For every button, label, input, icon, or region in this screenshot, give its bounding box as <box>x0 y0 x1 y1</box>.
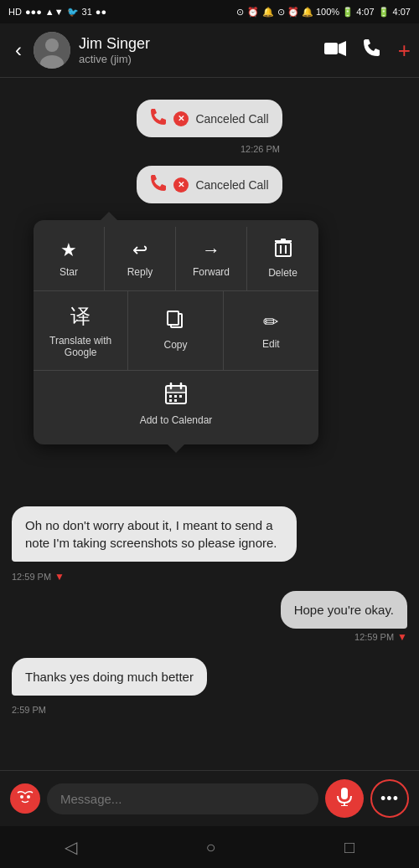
canceled-call-text-1: Canceled Call <box>195 112 268 126</box>
sent-msg-1-wrap: Hope you're okay. 12:59 PM ▼ <box>12 591 407 643</box>
ctx-delete-label: Delete <box>268 267 297 279</box>
svg-rect-13 <box>166 386 186 393</box>
ctx-calendar-label: Add to Calendar <box>140 414 213 426</box>
time-display: 4:07 <box>393 7 411 17</box>
call-icon-1 <box>150 108 167 129</box>
bell-icon: 🔔 <box>262 7 274 18</box>
edit-icon: ✏ <box>263 311 278 333</box>
svg-point-1 <box>45 39 59 52</box>
received-msg-2-time: 2:59 PM <box>12 705 46 715</box>
received-msg-2-text: Thanks yes doing much better <box>25 670 194 684</box>
ctx-copy-button[interactable]: Copy <box>128 291 223 370</box>
contact-info: Jim Singer active (jim) <box>79 35 324 65</box>
status-hd: HD <box>8 7 22 17</box>
received-msg-1-wrap: Oh no don't worry about it, I meant to s… <box>12 500 407 583</box>
ctx-reply-label: Reply <box>127 266 153 278</box>
voicemail-icon: ●● <box>96 7 106 17</box>
nav-recent-button[interactable]: □ <box>344 838 354 857</box>
mic-icon <box>337 788 352 810</box>
calendar-icon <box>165 383 187 409</box>
sent-msg-1-text: Hope you're okay. <box>294 603 394 617</box>
back-button[interactable]: ‹ <box>8 32 28 69</box>
svg-point-22 <box>15 788 35 809</box>
sent-msg-1-time: 12:59 PM ▼ <box>354 631 407 643</box>
received-msg-1: Oh no don't worry about it, I meant to s… <box>12 506 297 562</box>
navigation-bar: ◁ ○ □ <box>0 826 419 868</box>
header-actions: + <box>324 38 411 64</box>
contact-avatar[interactable] <box>34 32 70 69</box>
canceled-call-bubble-2: ✕ Canceled Call <box>137 166 282 203</box>
translate-icon: 译 <box>70 303 91 330</box>
svg-rect-7 <box>285 245 287 254</box>
video-call-button[interactable] <box>324 39 346 61</box>
copy-icon <box>167 311 184 334</box>
svg-rect-25 <box>341 788 348 799</box>
chat-header: ‹ Jim Singer active (jim) + <box>0 23 419 78</box>
ctx-edit-button[interactable]: ✏ Edit <box>224 291 318 370</box>
nav-home-button[interactable]: ○ <box>205 838 215 857</box>
received-msg-1-time: 12:59 PM ▼ <box>12 571 65 583</box>
time-sent-1: 12:59 PM <box>354 632 394 642</box>
ctx-forward-label: Forward <box>193 266 230 278</box>
cancel-x-1: ✕ <box>173 111 189 126</box>
svg-point-23 <box>20 795 23 799</box>
ctx-reply-button[interactable]: ↩ Reply <box>105 227 176 290</box>
ctx-delete-button[interactable]: Delete <box>247 227 318 290</box>
svg-marker-4 <box>339 41 346 56</box>
ctx-translate-button[interactable]: 译 Translate with Google <box>34 291 128 370</box>
svg-rect-19 <box>179 395 182 398</box>
network-31: 31 <box>82 7 92 17</box>
svg-rect-3 <box>324 43 338 54</box>
more-dots-icon: ••• <box>380 790 399 808</box>
svg-rect-18 <box>174 395 177 398</box>
delete-icon <box>275 239 292 262</box>
system-message-2: ✕ Canceled Call <box>12 161 407 208</box>
svg-rect-20 <box>169 399 172 402</box>
system-message-1: ✕ Canceled Call 12:26 PM <box>12 95 407 154</box>
check-icon-1: ▼ <box>54 571 65 583</box>
contact-status: active (jim) <box>79 53 324 65</box>
ctx-copy-label: Copy <box>163 339 187 351</box>
context-menu-row-1: ★ Star ↩ Reply → Forward <box>34 227 318 291</box>
sent-msg-1: Hope you're okay. <box>281 591 407 629</box>
wifi-icon: ▲▼ <box>45 7 64 17</box>
contact-name: Jim Singer <box>79 35 324 53</box>
twitter-icon: 🐦 <box>67 7 79 18</box>
avatar-image <box>34 32 70 69</box>
forward-icon: → <box>202 239 220 261</box>
signal-bars: ●●● <box>25 7 42 17</box>
time-received-2: 2:59 PM <box>12 705 46 715</box>
nav-back-button[interactable]: ◁ <box>65 837 77 857</box>
check-icon-2: ▼ <box>397 631 407 643</box>
svg-rect-9 <box>281 239 286 241</box>
context-menu: ★ Star ↩ Reply → Forward <box>34 220 318 444</box>
svg-rect-6 <box>280 245 282 254</box>
received-msg-2: Thanks yes doing much better <box>12 658 207 696</box>
battery-percent: ⊙ ⏰ 🔔 100% 🔋 4:07 <box>277 7 375 18</box>
status-right: ⊙ ⏰ 🔔 ⊙ ⏰ 🔔 100% 🔋 4:07 🔋 4:07 <box>236 7 411 18</box>
ctx-forward-button[interactable]: → Forward <box>176 227 247 290</box>
reply-icon: ↩ <box>132 239 147 261</box>
clock-icon: ⏰ <box>247 7 259 18</box>
ctx-calendar-button[interactable]: Add to Calendar <box>34 371 318 438</box>
context-menu-row-2: 译 Translate with Google Copy ✏ Edit <box>34 291 318 371</box>
chat-area: ✕ Canceled Call 12:26 PM ✕ Canceled Call <box>0 78 419 834</box>
user-avatar <box>10 783 40 814</box>
ctx-star-button[interactable]: ★ Star <box>34 227 105 290</box>
svg-rect-17 <box>169 395 172 398</box>
status-left: HD ●●● ▲▼ 🐦 31 ●● <box>8 7 106 18</box>
context-menu-row-3: Add to Calendar <box>34 371 318 438</box>
svg-rect-11 <box>168 311 178 325</box>
ctx-translate-label: Translate with Google <box>40 335 121 358</box>
mic-button[interactable] <box>325 779 364 818</box>
add-button[interactable]: + <box>398 38 411 64</box>
more-options-button[interactable]: ••• <box>370 779 409 818</box>
ctx-star-label: Star <box>59 266 78 278</box>
message-input[interactable] <box>47 783 318 814</box>
phone-call-button[interactable] <box>363 39 381 62</box>
star-icon: ★ <box>60 239 77 261</box>
canceled-call-text-2: Canceled Call <box>195 178 268 192</box>
ctx-edit-label: Edit <box>262 338 280 350</box>
time-received-1: 12:59 PM <box>12 572 51 582</box>
cancel-x-2: ✕ <box>173 177 189 193</box>
